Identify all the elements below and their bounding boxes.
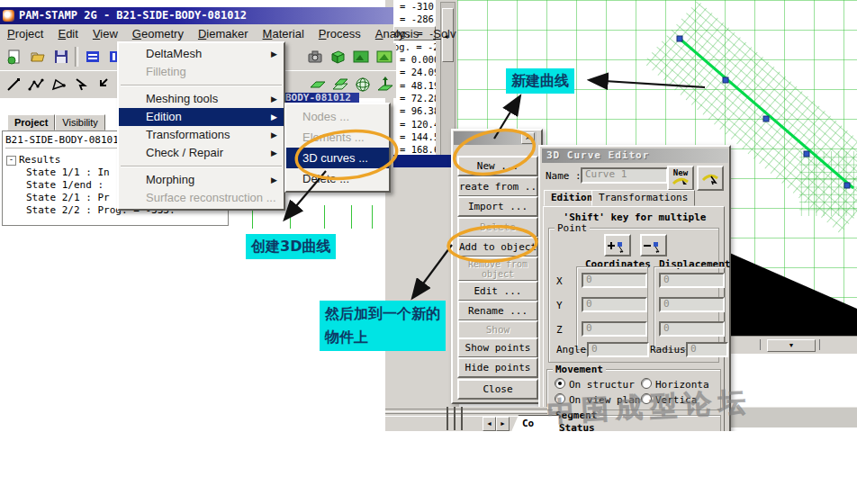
submenu-arrow-icon: ▶: [271, 144, 277, 162]
open-folder-icon[interactable]: [26, 45, 50, 68]
name-label: Name :: [546, 170, 582, 182]
point-legend: Point: [555, 222, 590, 234]
y-displacement-field[interactable]: 0: [659, 297, 725, 312]
menu-item-surface-reconstruction: Surface reconstruction ...: [119, 189, 284, 207]
remove-point-icon: [644, 238, 663, 253]
submenu-arrow-icon: ▶: [271, 126, 277, 144]
save-icon[interactable]: [50, 45, 73, 68]
x-displacement-field[interactable]: 0: [659, 273, 725, 288]
app-icon: [3, 10, 14, 22]
radius-field[interactable]: 0: [686, 342, 728, 357]
submenu-arrow-icon: ▶: [271, 108, 277, 126]
menu-item-transformations[interactable]: Transformations▶: [119, 126, 284, 144]
shaded-view-active-icon[interactable]: [373, 45, 396, 68]
submenu-item-delete[interactable]: Delete ...: [286, 168, 389, 189]
menu-material[interactable]: Material: [256, 25, 311, 43]
window-split-icon[interactable]: [81, 45, 104, 68]
triangle-tool-icon[interactable]: [48, 73, 70, 96]
curves-dialog: × New ... Create from ... Import ... Del…: [451, 129, 543, 404]
show-points-button[interactable]: Show points: [457, 338, 538, 358]
collapse-icon[interactable]: -: [6, 156, 16, 166]
menu-solver[interactable]: Solv: [426, 25, 463, 43]
x-coordinate-field[interactable]: 0: [582, 273, 647, 288]
value-line: = 96.38: [393, 104, 436, 117]
tab-scroll-left-button[interactable]: ◄: [483, 417, 496, 431]
splitter-handle[interactable]: [447, 407, 448, 430]
tab-scroll-right-button[interactable]: ►: [496, 417, 510, 431]
polyline-tool-icon[interactable]: [25, 73, 48, 96]
menu-item-check-repair[interactable]: Check / Repair▶: [119, 144, 284, 162]
annotation-create-3d-curve: 创建3D曲线: [246, 234, 336, 259]
splitter-handle[interactable]: [461, 407, 463, 430]
menu-geometry[interactable]: Geometry: [125, 25, 191, 43]
select-arrow-icon[interactable]: [69, 73, 92, 96]
menu-item-edition[interactable]: Edition▶: [119, 108, 284, 126]
z-displacement-field[interactable]: 0: [659, 321, 725, 337]
import-button[interactable]: Import ...: [457, 196, 538, 217]
rename-button[interactable]: Rename ...: [457, 301, 538, 321]
radio-icon: [641, 378, 652, 389]
image-cutoff-area: [0, 431, 857, 504]
value-line: = 0.000: [393, 53, 436, 66]
z-coordinate-field[interactable]: 0: [582, 321, 647, 337]
radio-icon: [555, 378, 565, 389]
menu-edit[interactable]: Edit: [50, 25, 85, 43]
object-name-field[interactable]: B21-SIDE-BODY-081012: [5, 134, 119, 148]
curve-pick-icon: [701, 171, 719, 185]
shaded-view-icon[interactable]: [349, 45, 373, 68]
remove-point-button[interactable]: [640, 234, 667, 256]
menu-diemaker[interactable]: Diemaker: [191, 25, 256, 43]
submenu-item-nodes: Nodes ...: [286, 106, 389, 127]
curve-name-field[interactable]: Curve 1: [581, 167, 668, 184]
tab-visibility[interactable]: Visibility: [55, 114, 105, 130]
add-point-button[interactable]: [604, 234, 631, 256]
scroll-down-button[interactable]: ▼: [767, 339, 816, 352]
menu-process[interactable]: Process: [311, 25, 368, 43]
panel-tabs: ProjectVisibility: [7, 113, 105, 130]
tab-project[interactable]: Project: [7, 114, 55, 130]
add-to-object-button[interactable]: Add to object: [457, 237, 538, 257]
edit-button[interactable]: Edit ...: [457, 281, 538, 302]
menu-item-morphing[interactable]: Morphing▶: [119, 171, 284, 189]
menu-item-deltamesh[interactable]: DeltaMesh▶: [119, 45, 284, 63]
menu-view[interactable]: View: [86, 25, 125, 43]
curve-editor-titlebar[interactable]: 3D Curve Editor: [542, 148, 728, 163]
new-document-icon[interactable]: [3, 45, 26, 68]
new-curve-button[interactable]: New ...: [457, 156, 538, 176]
normal-arrow-icon[interactable]: [374, 73, 396, 96]
annotation-new-curve: 新建曲线: [506, 68, 574, 94]
curves-dialog-titlebar[interactable]: ×: [454, 131, 537, 145]
menu-analysis[interactable]: Analysis: [368, 25, 426, 43]
radius-label: Radius: [650, 344, 686, 356]
y-coordinate-field[interactable]: 0: [582, 297, 647, 312]
splitter-handle[interactable]: [454, 407, 456, 430]
menu-project[interactable]: Project: [0, 25, 50, 43]
tab-transformations[interactable]: Transformations: [591, 190, 695, 206]
value-line: = 72.28: [393, 92, 436, 104]
scroll-tick: [760, 339, 761, 350]
close-icon[interactable]: ×: [521, 132, 535, 144]
menu-item-meshing-tools[interactable]: Meshing tools▶: [119, 90, 284, 108]
edit-curve-icon-button[interactable]: [697, 166, 724, 191]
line-tool-icon[interactable]: [3, 73, 25, 96]
app-titlebar[interactable]: PAM-STAMP 2G - B21-SIDE-BODY-081012: [0, 7, 393, 24]
close-button[interactable]: Close: [457, 379, 538, 400]
submenu-arrow-icon: ▶: [271, 45, 277, 63]
submenu-item-3d-curves[interactable]: 3D curves ...: [286, 148, 389, 168]
create-from-button[interactable]: Create from ...: [457, 176, 538, 197]
angle-field[interactable]: 0: [587, 342, 649, 357]
menu-item-filleting: Filleting: [119, 63, 284, 81]
camera-icon[interactable]: [303, 45, 327, 68]
annotation-add-to-object: 然后加到一个新的 物件上: [320, 301, 446, 351]
bottom-tab-strip: ◄ ► Co: [385, 407, 547, 432]
value-line: = 48.19: [393, 79, 436, 92]
edition-submenu: Nodes ... Elements ... 3D curves ... Del…: [284, 103, 391, 193]
toolbar-separator: [75, 47, 78, 67]
add-point-icon: [608, 238, 627, 253]
value-line: = -310.: [393, 0, 436, 13]
submenu-arrow-icon: ▶: [271, 90, 277, 108]
new-curve-icon-button[interactable]: New: [667, 166, 694, 191]
pick-arrow-icon[interactable]: [92, 73, 114, 96]
solid-box-icon[interactable]: [327, 45, 350, 68]
hide-points-button[interactable]: Hide points: [457, 357, 538, 378]
